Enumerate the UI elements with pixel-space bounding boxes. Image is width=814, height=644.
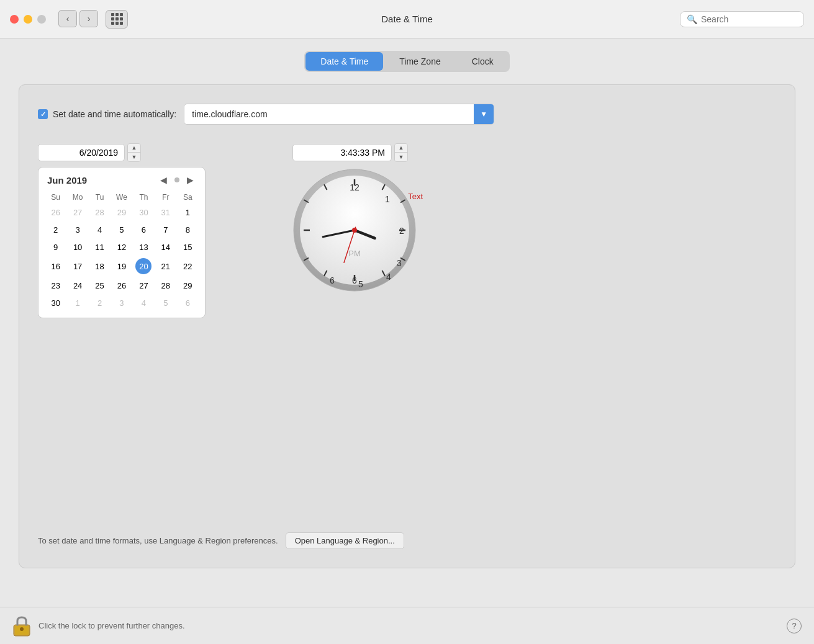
- date-down-button[interactable]: ▼: [128, 153, 140, 161]
- grid-icon: [111, 13, 123, 25]
- calendar-day[interactable]: 25: [89, 277, 111, 294]
- calendar-day[interactable]: 11: [89, 238, 111, 256]
- calendar-header-row: Su Mo Tu We Th Fr Sa: [45, 191, 199, 203]
- lock-section: Click the lock to prevent further change…: [12, 615, 185, 637]
- calendar-week-row: 2627282930311: [45, 203, 199, 221]
- calendar-day[interactable]: 1: [66, 294, 88, 311]
- calendar-day[interactable]: 4: [89, 221, 111, 238]
- calendar-day[interactable]: 2: [89, 294, 111, 311]
- calendar-day[interactable]: 27: [66, 203, 88, 221]
- svg-text:PM: PM: [348, 249, 361, 258]
- grid-button[interactable]: [106, 10, 128, 29]
- window-title: Date & Time: [381, 14, 433, 24]
- calendar-day[interactable]: 9: [45, 238, 66, 256]
- calendar-day[interactable]: 26: [45, 203, 66, 221]
- calendar-day[interactable]: 30: [133, 203, 155, 221]
- calendar-day[interactable]: 7: [155, 221, 176, 238]
- cal-header-we: We: [111, 191, 132, 203]
- calendar-week-row: 2345678: [45, 221, 199, 238]
- calendar-day[interactable]: 30: [45, 294, 66, 311]
- calendar-day[interactable]: 19: [111, 256, 132, 277]
- auto-set-checkbox[interactable]: ✓: [38, 109, 48, 119]
- svg-text:12: 12: [350, 182, 360, 192]
- date-up-button[interactable]: ▲: [128, 144, 140, 153]
- time-stepper: ▲ ▼: [394, 143, 408, 162]
- calendar-next-button[interactable]: ▶: [184, 174, 196, 186]
- calendar-day[interactable]: 2: [45, 221, 66, 238]
- calendar-day[interactable]: 17: [66, 256, 88, 277]
- calendar-day[interactable]: 4: [133, 294, 155, 311]
- calendar-day[interactable]: 14: [155, 238, 176, 256]
- calendar-day[interactable]: 1: [177, 203, 199, 221]
- dropdown-arrow-button[interactable]: ▼: [474, 104, 494, 124]
- calendar-day[interactable]: 27: [133, 277, 155, 294]
- svg-text:1: 1: [385, 194, 390, 204]
- close-button[interactable]: [10, 15, 19, 24]
- window-controls: [10, 15, 46, 24]
- calendar-day[interactable]: 13: [133, 238, 155, 256]
- help-button[interactable]: ?: [787, 619, 802, 633]
- search-input[interactable]: [701, 14, 797, 24]
- time-down-button[interactable]: ▼: [395, 153, 407, 161]
- calendar-grid: Su Mo Tu We Th Fr Sa 2627282930311234567…: [45, 191, 199, 311]
- time-field[interactable]: [292, 144, 392, 161]
- calendar-day[interactable]: 23: [45, 277, 66, 294]
- clock-text-label: Text: [408, 192, 423, 201]
- cal-header-th: Th: [133, 191, 155, 203]
- date-section: ▲ ▼ Jun 2019 ◀ ▶: [38, 143, 206, 318]
- calendar-day[interactable]: 29: [111, 203, 132, 221]
- calendar-day[interactable]: 28: [89, 203, 111, 221]
- tab-date-time[interactable]: Date & Time: [305, 52, 383, 71]
- date-field[interactable]: [38, 144, 125, 161]
- bottom-note: To set date and time formats, use Langua…: [38, 532, 776, 549]
- calendar-day[interactable]: 3: [111, 294, 132, 311]
- datetime-section: ▲ ▼ Jun 2019 ◀ ▶: [38, 143, 776, 318]
- calendar-day[interactable]: 16: [45, 256, 66, 277]
- minimize-button[interactable]: [24, 15, 32, 24]
- calendar-day[interactable]: 22: [177, 256, 199, 277]
- calendar-day[interactable]: 20: [133, 256, 155, 277]
- calendar-day[interactable]: 29: [177, 277, 199, 294]
- calendar-day[interactable]: 8: [177, 221, 199, 238]
- tabs-container: Date & Time Time Zone Clock: [19, 51, 795, 72]
- time-up-button[interactable]: ▲: [395, 144, 407, 153]
- titlebar: ‹ › Date & Time 🔍: [0, 0, 814, 38]
- tab-clock[interactable]: Clock: [457, 52, 509, 71]
- lock-icon[interactable]: [12, 615, 31, 637]
- auto-set-label: ✓ Set date and time automatically:: [38, 109, 176, 119]
- calendar-day[interactable]: 12: [111, 238, 132, 256]
- date-stepper: ▲ ▼: [127, 143, 141, 162]
- tab-time-zone[interactable]: Time Zone: [384, 52, 455, 71]
- open-language-region-button[interactable]: Open Language & Region...: [286, 532, 404, 549]
- search-icon: 🔍: [687, 14, 697, 24]
- calendar: Jun 2019 ◀ ▶ Su Mo Tu: [38, 167, 206, 318]
- calendar-week-row: 23242526272829: [45, 277, 199, 294]
- calendar-day[interactable]: 31: [155, 203, 176, 221]
- calendar-day[interactable]: 5: [111, 221, 132, 238]
- auto-set-text: Set date and time automatically:: [53, 109, 176, 119]
- main-content: Date & Time Time Zone Clock ✓ Set date a…: [0, 38, 814, 607]
- calendar-day[interactable]: 15: [177, 238, 199, 256]
- calendar-day[interactable]: 10: [66, 238, 88, 256]
- cal-header-fr: Fr: [155, 191, 176, 203]
- forward-button[interactable]: ›: [79, 10, 98, 27]
- lock-text: Click the lock to prevent further change…: [38, 621, 185, 630]
- calendar-day[interactable]: 28: [155, 277, 176, 294]
- calendar-day[interactable]: 6: [177, 294, 199, 311]
- calendar-day[interactable]: 6: [133, 221, 155, 238]
- maximize-button[interactable]: [37, 15, 46, 24]
- calendar-day[interactable]: 21: [155, 256, 176, 277]
- search-box: 🔍: [680, 11, 804, 27]
- clock-container: 12 1 2 3 4 5 6 6 PM: [292, 168, 417, 292]
- back-button[interactable]: ‹: [58, 10, 77, 27]
- calendar-day[interactable]: 3: [66, 221, 88, 238]
- calendar-prev-button[interactable]: ◀: [158, 174, 170, 186]
- nav-buttons: ‹ ›: [58, 10, 128, 29]
- calendar-day[interactable]: 5: [155, 294, 176, 311]
- calendar-day[interactable]: 26: [111, 277, 132, 294]
- time-input-row: ▲ ▼: [292, 143, 417, 162]
- svg-text:4: 4: [386, 272, 391, 282]
- calendar-day[interactable]: 18: [89, 256, 111, 277]
- calendar-day[interactable]: 24: [66, 277, 88, 294]
- content-panel: ✓ Set date and time automatically: time.…: [19, 84, 795, 568]
